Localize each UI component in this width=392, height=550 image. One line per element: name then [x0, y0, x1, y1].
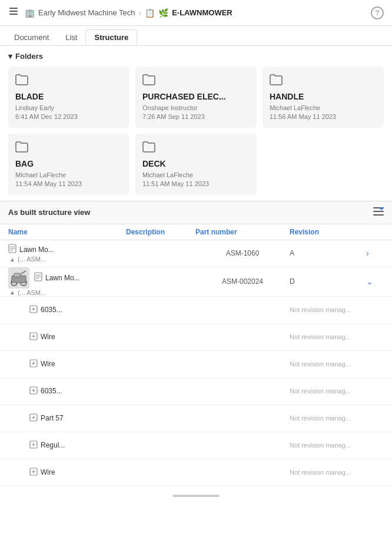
- header-left: 🏢 Early Midwest Machine Tech › 📋 🌿 E-LAW…: [8, 6, 232, 19]
- svg-rect-4: [373, 211, 384, 212]
- row-name-text-0: Lawn Mo...: [19, 246, 54, 254]
- svg-point-6: [380, 207, 383, 210]
- row-name-top-7: Regul...: [29, 440, 147, 450]
- folder-name-deck: DECK: [142, 159, 250, 168]
- folder-meta-bag: Michael LaFleche 11:54 AM May 11 2023: [15, 171, 122, 189]
- col-header-description: Description: [126, 228, 195, 236]
- col-header-part-number: Part number: [195, 228, 290, 236]
- row-name-top-8: Wire: [29, 468, 147, 478]
- folder-icon-blade: [15, 74, 122, 88]
- breadcrumb-org-label[interactable]: Early Midwest Machine Tech: [38, 8, 135, 17]
- svg-line-15: [20, 271, 26, 274]
- row-revision-0: A: [290, 249, 366, 257]
- folders-title: Folders: [15, 52, 43, 61]
- part-icon-3: [29, 332, 38, 342]
- table-row[interactable]: Lawn Mo... ▲ (... ASM... ASM-1060 A ›: [0, 240, 392, 267]
- folder-card-bag[interactable]: BAG Michael LaFleche 11:54 AM May 11 202…: [8, 134, 129, 195]
- table-row[interactable]: 6035... Not revision manag...: [0, 378, 392, 405]
- row-name-bottom-1: ▲ (... ASM...: [8, 289, 126, 296]
- row-name-cell-2: 6035...: [29, 305, 147, 315]
- folder-card-purchased-elec[interactable]: PURCHASED ELEC... Onshape Instructor 7:2…: [135, 67, 257, 128]
- part-icon-2: [29, 305, 38, 315]
- folder-icon-purchased-elec: [142, 74, 250, 88]
- table-row[interactable]: 6035... Not revision manag...: [0, 297, 392, 324]
- folder-name-handle: HANDLE: [270, 92, 377, 101]
- sidebar-toggle-icon[interactable]: [8, 6, 19, 19]
- folders-header[interactable]: ▾ Folders: [8, 52, 384, 61]
- part-icon-4: [29, 359, 38, 369]
- folder-meta-deck: Michael LaFleche 11:51 AM May 11 2023: [142, 171, 250, 189]
- asm-icon-0: ▲: [9, 256, 15, 263]
- table-row[interactable]: Regul... Not revision manag...: [0, 432, 392, 459]
- part-icon-7: [29, 440, 38, 450]
- row-name-text-7: Regul...: [41, 441, 65, 449]
- breadcrumb-separator: ›: [139, 8, 142, 18]
- part-icon-8: [29, 468, 38, 478]
- tab-document[interactable]: Document: [6, 29, 57, 45]
- row-name-top-2: 6035...: [29, 305, 147, 315]
- row-name-text-2: 6035...: [41, 306, 62, 314]
- folder-icon-bag: [15, 141, 122, 155]
- svg-rect-0: [9, 8, 18, 9]
- structure-title: As built structure view: [8, 208, 90, 217]
- help-button[interactable]: ?: [371, 6, 384, 19]
- table-row[interactable]: Wire Not revision manag...: [0, 351, 392, 378]
- structure-section: As built structure view Name Description…: [0, 201, 392, 486]
- structure-menu-icon[interactable]: [373, 207, 384, 218]
- row-name-cell-0: Lawn Mo... ▲ (... ASM...: [8, 244, 126, 263]
- folders-grid: BLADE Lindsay Early 6:41 AM Dec 12 2023 …: [8, 67, 384, 195]
- row-name-cell-5: 6035...: [29, 386, 147, 396]
- folder-meta-handle: Michael LaFleche 11:56 AM May 11 2023: [270, 104, 377, 122]
- row-revision-7: Not revision manag...: [290, 442, 366, 449]
- breadcrumb-org-icon: 🏢: [25, 8, 35, 18]
- row-revision-6: Not revision manag...: [290, 415, 366, 422]
- row-name-text-6: Part 57: [41, 414, 64, 422]
- row-name-top-1: Lawn Mo...: [8, 267, 126, 289]
- svg-rect-14: [14, 273, 20, 277]
- col-header-name: Name: [8, 228, 126, 236]
- row-chevron-1[interactable]: ⌄: [366, 277, 384, 286]
- table-row[interactable]: Wire Not revision manag...: [0, 324, 392, 351]
- table-row[interactable]: Lawn Mo... ▲ (... ASM... ASM-002024 D ⌄: [0, 267, 392, 297]
- folders-section: ▾ Folders BLADE Lindsay Early 6:41 AM De…: [0, 46, 392, 201]
- table-row[interactable]: Wire Not revision manag...: [0, 459, 392, 486]
- tab-list[interactable]: List: [57, 29, 85, 45]
- table-header: Name Description Part number Revision: [0, 224, 392, 240]
- folder-card-blade[interactable]: BLADE Lindsay Early 6:41 AM Dec 12 2023: [8, 67, 129, 128]
- folder-card-deck[interactable]: DECK Michael LaFleche 11:51 AM May 11 20…: [135, 134, 257, 195]
- breadcrumb-project-label[interactable]: E-LAWNMOWER: [172, 8, 232, 17]
- svg-rect-2: [9, 14, 18, 15]
- folder-name-purchased-elec: PURCHASED ELEC...: [142, 92, 250, 101]
- folder-icon-handle: [270, 74, 377, 88]
- row-part-number-1: ASM-002024: [195, 277, 290, 286]
- row-revision-8: Not revision manag...: [290, 469, 366, 476]
- doc-icon-1: [34, 272, 42, 283]
- asm-icon-1: ▲: [9, 289, 15, 296]
- folders-toggle-icon: ▾: [8, 52, 12, 61]
- row-name-top-0: Lawn Mo...: [8, 244, 126, 255]
- table-row[interactable]: Part 57 Not revision manag...: [0, 405, 392, 432]
- row-name-bottom-0: ▲ (... ASM...: [8, 256, 126, 263]
- row-name-cell-4: Wire: [29, 359, 147, 369]
- part-icon-5: [29, 386, 38, 396]
- row-chevron-0[interactable]: ›: [366, 249, 384, 258]
- row-name-text-8: Wire: [41, 468, 55, 476]
- svg-rect-5: [373, 214, 384, 216]
- row-name-cell-7: Regul...: [29, 440, 147, 450]
- folder-card-handle[interactable]: HANDLE Michael LaFleche 11:56 AM May 11 …: [263, 67, 384, 128]
- tab-bar: Document List Structure: [0, 26, 392, 46]
- row-name-top-6: Part 57: [29, 413, 147, 423]
- row-part-number-0: ASM-1060: [195, 249, 290, 257]
- tab-structure[interactable]: Structure: [85, 29, 137, 45]
- folder-icon-deck: [142, 141, 250, 155]
- row-revision-1: D: [290, 277, 366, 286]
- row-revision-5: Not revision manag...: [290, 387, 366, 395]
- row-revision-2: Not revision manag...: [290, 306, 366, 313]
- structure-header: As built structure view: [0, 201, 392, 224]
- row-name-text-3: Wire: [41, 333, 55, 341]
- row-name-text-1: Lawn Mo...: [45, 274, 80, 282]
- table-rows: Lawn Mo... ▲ (... ASM... ASM-1060 A ›: [0, 240, 392, 486]
- row-name-text-4: Wire: [41, 360, 55, 368]
- folder-meta-purchased-elec: Onshape Instructor 7:26 AM Sep 11 2023: [142, 104, 250, 122]
- row-name-text-5: 6035...: [41, 387, 62, 395]
